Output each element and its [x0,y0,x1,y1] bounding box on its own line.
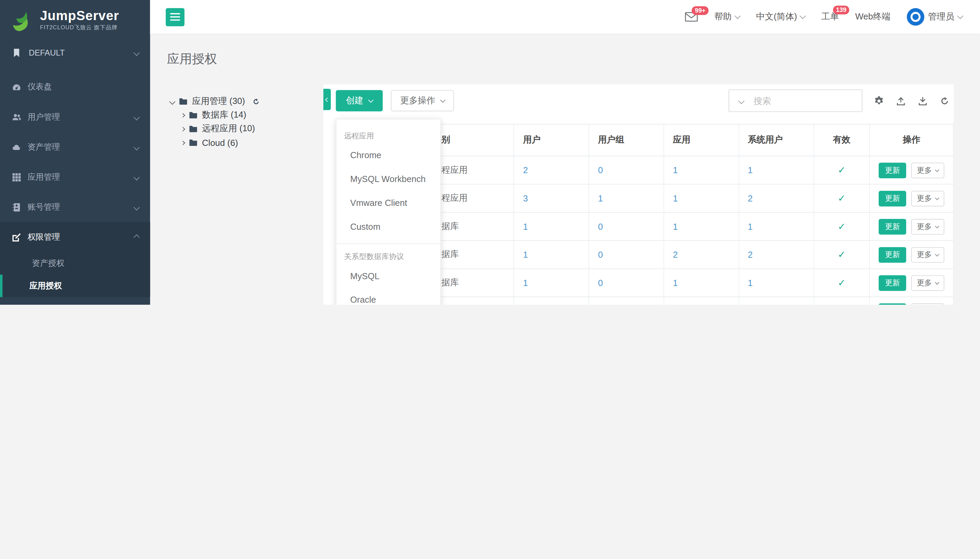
sidebar-item-users[interactable]: 用户管理 [0,102,150,132]
tree-node-数据库-14-[interactable]: 数据库 (14) [181,108,323,122]
system-users-count-link[interactable]: 1 [748,165,753,175]
user-label: 管理员 [928,11,954,23]
users-count-link[interactable]: 3 [523,193,528,203]
active-check-icon: ✓ [838,221,846,232]
apps-count-link[interactable]: 2 [673,250,678,260]
row-more-button[interactable]: 更多 [911,275,944,291]
sidebar-item-acl[interactable]: 访问控制 [0,297,150,305]
create-menu-item-custom[interactable]: Custom [336,215,440,238]
tree-refresh-icon[interactable] [252,97,260,105]
update-button[interactable]: 更新 [879,162,906,178]
tree-panel-collapse-handle[interactable] [323,89,331,110]
bookmark-icon [11,48,21,58]
user-groups-count-link[interactable]: 0 [598,222,603,232]
user-menu[interactable]: 管理员 [907,8,962,26]
sidebar-item-assets[interactable]: 资产管理 [0,132,150,162]
sidebar-item-applications[interactable]: 应用管理 [0,162,150,192]
jumpserver-logo-icon [10,8,35,32]
logo[interactable]: JumpServer FIT2CLOUD飞致云 旗下品牌 [0,0,150,40]
help-menu[interactable]: 帮助 [714,11,740,23]
chevron-down-icon [935,168,939,172]
sidebar-item-dashboard[interactable]: 仪表盘 [0,72,150,102]
sidebar-item-permissions[interactable]: 权限管理 [0,222,150,252]
sidebar-item-label: 应用管理 [28,172,60,183]
search-input[interactable] [746,95,856,106]
users-count-link[interactable]: 1 [523,222,528,232]
tree-expand-icon[interactable] [181,113,185,117]
update-button[interactable]: 更新 [879,218,906,234]
user-groups-count-link[interactable]: 0 [598,165,603,175]
web-terminal-link[interactable]: Web终端 [855,11,891,23]
sidebar-item-label: 用户管理 [28,111,60,123]
create-button[interactable]: 创建 [336,90,383,111]
upload-icon[interactable] [896,96,906,106]
tree-root-label[interactable]: 应用管理 (30) [192,96,245,107]
create-menu-item-chrome[interactable]: Chrome [336,143,440,167]
create-button-label: 创建 [346,95,363,106]
chevron-down-icon [935,280,939,284]
create-menu-item-oracle[interactable]: Oracle [336,288,440,305]
system-users-count-link[interactable]: 2 [748,250,753,260]
update-button[interactable]: 更新 [879,275,906,291]
create-menu-item-mysql-workbench[interactable]: MySQL Workbench [336,167,440,191]
update-button[interactable]: 更新 [879,303,906,305]
tree-node-label[interactable]: 远程应用 (10) [202,123,255,135]
chevron-down-icon [134,204,140,210]
col-header-active: 有效 [814,124,870,156]
sidebar-subitem-asset-permissions[interactable]: 资产授权 [0,252,150,275]
tree-expand-icon[interactable] [181,127,185,131]
row-more-button[interactable]: 更多 [911,190,944,206]
sidebar-subitem-label: 资产授权 [32,258,64,269]
download-icon[interactable] [917,96,928,106]
update-button[interactable]: 更新 [879,190,906,206]
tree-collapse-icon[interactable] [169,98,175,104]
system-users-count-link[interactable]: 2 [748,193,753,203]
folder-icon [179,97,188,106]
tree-root-node[interactable]: 应用管理 (30) [170,94,323,108]
search-filter-chevron-icon[interactable] [738,98,744,104]
create-menu-item-vmware-client[interactable]: Vmware Client [336,191,440,215]
tree-node-远程应用-10-[interactable]: 远程应用 (10) [181,122,323,136]
sidebar-subitem-app-permissions[interactable]: 应用授权 [0,275,150,297]
users-count-link[interactable]: 1 [523,250,528,260]
folder-icon [189,124,198,133]
row-more-button[interactable]: 更多 [911,162,944,178]
users-count-link[interactable]: 2 [523,165,528,175]
brand-subtitle: FIT2CLOUD飞致云 旗下品牌 [40,23,119,32]
tickets-menu[interactable]: 工单 139 [822,11,839,23]
row-more-button[interactable]: 更多 [911,303,944,305]
sidebar-item-label: 资产管理 [28,141,60,153]
help-label: 帮助 [714,11,732,23]
user-groups-count-link[interactable]: 1 [598,193,603,203]
apps-count-link[interactable]: 1 [673,222,678,232]
users-count-link[interactable]: 1 [523,278,528,288]
tree-expand-icon[interactable] [181,141,185,145]
refresh-icon[interactable] [939,96,950,106]
user-groups-count-link[interactable]: 0 [598,250,603,260]
tree-node-label[interactable]: 数据库 (14) [202,109,246,121]
chevron-down-icon [935,252,939,257]
messages-button[interactable]: 99+ [685,12,698,22]
update-button[interactable]: 更新 [879,247,906,263]
language-menu[interactable]: 中文(简体) [756,11,805,23]
apps-count-link[interactable]: 1 [673,193,678,203]
sidebar-item-accounts[interactable]: 账号管理 [0,192,150,222]
system-users-count-link[interactable]: 1 [748,278,753,288]
chevron-down-icon [440,98,446,103]
tree-node-cloud-6-[interactable]: Cloud (6) [181,136,323,149]
tree-children: 数据库 (14) 远程应用 (10) Cloud (6) [170,108,323,150]
system-users-count-link[interactable]: 1 [748,222,753,232]
create-menu-item-mysql[interactable]: MySQL [336,264,440,288]
tree-node-label[interactable]: Cloud (6) [202,138,238,147]
org-selector[interactable]: DEFAULT [0,40,150,65]
web-terminal-label: Web终端 [855,11,891,23]
sidebar-toggle-button[interactable] [166,8,184,26]
settings-gear-icon[interactable] [874,96,884,106]
user-groups-count-link[interactable]: 0 [598,278,603,288]
row-more-button[interactable]: 更多 [911,218,944,234]
apps-count-link[interactable]: 1 [673,165,678,175]
row-more-button[interactable]: 更多 [911,247,944,263]
apps-count-link[interactable]: 1 [673,278,678,288]
more-actions-button[interactable]: 更多操作 [391,90,454,111]
folder-icon [189,138,198,147]
